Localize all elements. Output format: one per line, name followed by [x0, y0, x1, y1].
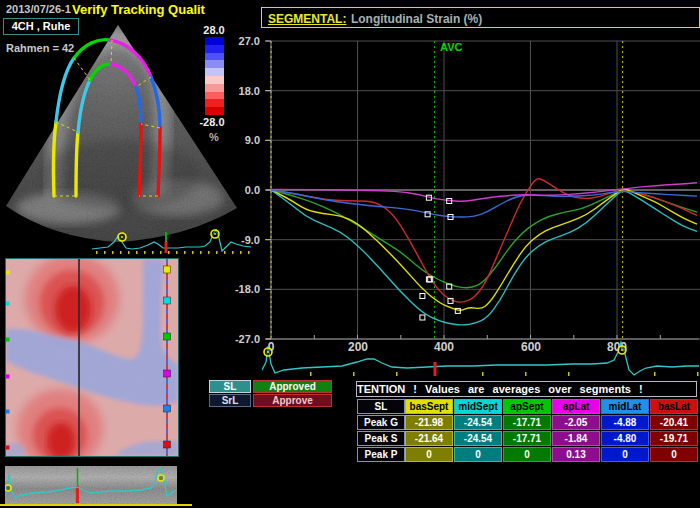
cycle-start-marker[interactable] [5, 485, 11, 491]
value-basSept-peak-g: -21.98 [405, 415, 453, 430]
strain-mmode-panel [5, 258, 179, 457]
peak-marker-basSept[interactable] [420, 294, 425, 299]
segment-header-midLat[interactable]: midLat [601, 399, 649, 414]
warning-banner: TENTION ! Values are averages over segme… [356, 381, 697, 397]
app-screen: 2013/07/26-1 Verify Tracking Qualit 4CH … [0, 0, 700, 508]
sl-button[interactable]: SL [209, 380, 251, 393]
value-midSept-peak-p: 0 [454, 447, 502, 462]
segment-header-apLat[interactable]: apLat [552, 399, 600, 414]
value-apLat-peak-p: 0.13 [552, 447, 600, 462]
table-corner-label: SL [357, 399, 405, 414]
strain-colorbar [205, 37, 224, 115]
chart-measure-label: Longitudinal Strain (%) [351, 12, 482, 26]
colorbar-min-label: -28.0 [186, 116, 238, 128]
strain-plot[interactable] [262, 38, 700, 342]
ultrasound-panel: 2013/07/26-1 Verify Tracking Qualit 4CH … [0, 0, 256, 256]
value-midLat-peak-p: 0 [601, 447, 649, 462]
value-apSept-peak-p: 0 [503, 447, 551, 462]
ecg-panel [262, 340, 700, 380]
strain-curve-midSept [271, 190, 697, 325]
value-apSept-peak-g: -17.71 [503, 415, 551, 430]
view-label: 4CH , Ruhe [3, 18, 79, 35]
timeline-bar [0, 504, 192, 506]
value-basSept-peak-p: 0 [405, 447, 453, 462]
value-midLat-peak-g: -4.88 [601, 415, 649, 430]
avc-marker-label: AVC [440, 41, 462, 53]
peak-marker-midSept[interactable] [420, 315, 425, 320]
anatomical-mmode-strip [5, 466, 177, 504]
strip-cursor-tick [76, 486, 79, 503]
chart-mode-label: SEGMENTAL: [268, 12, 346, 26]
strain-curve-basLat [271, 179, 697, 302]
value-apSept-peak-s: -17.71 [503, 431, 551, 446]
mmode-time-cursor[interactable] [78, 259, 80, 456]
frame-counter: Rahmen = 42 [6, 42, 74, 54]
y-tick-label: -18.0 [228, 283, 260, 295]
value-apLat-peak-g: -2.05 [552, 415, 600, 430]
approve-button[interactable]: Approve [253, 394, 332, 407]
srl-button[interactable]: SrL [209, 394, 251, 407]
value-basLat-peak-g: -20.41 [650, 415, 698, 430]
value-midSept-peak-g: -24.54 [454, 415, 502, 430]
y-tick-label: 9.0 [228, 134, 260, 146]
value-basLat-peak-s: -19.71 [650, 431, 698, 446]
segment-header-basLat[interactable]: basLat [650, 399, 698, 414]
y-tick-label: 18.0 [228, 85, 260, 97]
strain-curve-apSept [271, 190, 697, 288]
approved-status-button[interactable]: Approved [253, 380, 332, 393]
segment-header-midSept[interactable]: midSept [454, 399, 502, 414]
datetime-label: 2013/07/26-1 [6, 3, 71, 15]
y-tick-label: 0.0 [228, 184, 260, 196]
row-label-peak-g: Peak G [357, 415, 405, 430]
segment-values-table: SLbasSeptmidSeptapSeptapLatmidLatbasLatP… [356, 398, 699, 464]
chart-title-bar: SEGMENTAL: Longitudinal Strain (%) [261, 7, 700, 28]
y-tick-label: -9.0 [228, 234, 260, 246]
row-label-peak-s: Peak S [357, 431, 405, 446]
segment-header-apSept[interactable]: apSept [503, 399, 551, 414]
value-basLat-peak-p: 0 [650, 447, 698, 462]
value-midLat-peak-s: -4.80 [601, 431, 649, 446]
strain-curve-basSept [271, 189, 697, 310]
cycle-end-marker[interactable] [158, 475, 164, 481]
value-apLat-peak-s: -1.84 [552, 431, 600, 446]
segment-header-basSept[interactable]: basSept [405, 399, 453, 414]
row-label-peak-p: Peak P [357, 447, 405, 462]
page-title: Verify Tracking Qualit [72, 2, 205, 17]
value-midSept-peak-s: -24.54 [454, 431, 502, 446]
y-tick-label: 27.0 [228, 35, 260, 47]
value-basSept-peak-s: -21.64 [405, 431, 453, 446]
